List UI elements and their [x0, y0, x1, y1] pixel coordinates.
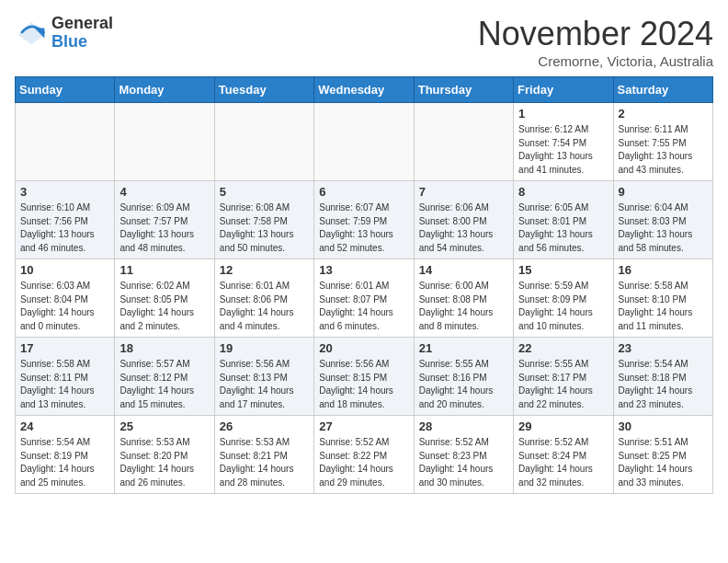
day-number: 3: [20, 185, 109, 199]
day-info: Sunrise: 5:56 AM Sunset: 8:15 PM Dayligh…: [319, 358, 408, 411]
day-info: Sunrise: 6:00 AM Sunset: 8:08 PM Dayligh…: [419, 280, 508, 333]
day-cell: 21Sunrise: 5:55 AM Sunset: 8:16 PM Dayli…: [414, 338, 513, 416]
day-number: 5: [220, 185, 309, 199]
day-number: 15: [518, 263, 608, 277]
day-number: 14: [419, 263, 508, 277]
page-header: General Blue November 2024 Cremorne, Vic…: [15, 15, 713, 69]
day-cell: 26Sunrise: 5:53 AM Sunset: 8:21 PM Dayli…: [214, 416, 313, 494]
weekday-header-saturday: Saturday: [613, 77, 712, 103]
day-cell: 3Sunrise: 6:10 AM Sunset: 7:56 PM Daylig…: [16, 181, 115, 259]
day-cell: 4Sunrise: 6:09 AM Sunset: 7:57 PM Daylig…: [115, 181, 214, 259]
title-block: November 2024 Cremorne, Victoria, Austra…: [478, 15, 713, 69]
day-number: 21: [419, 341, 508, 355]
day-number: 20: [319, 341, 408, 355]
day-number: 23: [619, 341, 708, 355]
day-cell: 22Sunrise: 5:55 AM Sunset: 8:17 PM Dayli…: [514, 338, 613, 416]
day-info: Sunrise: 5:55 AM Sunset: 8:17 PM Dayligh…: [518, 358, 608, 411]
day-number: 2: [619, 107, 708, 121]
week-row-4: 17Sunrise: 5:58 AM Sunset: 8:11 PM Dayli…: [16, 338, 713, 416]
day-number: 16: [619, 263, 708, 277]
day-info: Sunrise: 6:08 AM Sunset: 7:58 PM Dayligh…: [220, 201, 309, 255]
day-number: 10: [20, 263, 109, 277]
day-info: Sunrise: 5:54 AM Sunset: 8:19 PM Dayligh…: [20, 436, 109, 489]
day-info: Sunrise: 6:04 AM Sunset: 8:03 PM Dayligh…: [619, 201, 708, 255]
week-row-1: 1Sunrise: 6:12 AM Sunset: 7:54 PM Daylig…: [16, 103, 713, 181]
day-cell: 16Sunrise: 5:58 AM Sunset: 8:10 PM Dayli…: [613, 259, 712, 338]
day-info: Sunrise: 5:53 AM Sunset: 8:20 PM Dayligh…: [119, 436, 209, 489]
day-number: 19: [220, 341, 309, 355]
day-cell: [414, 103, 513, 181]
day-cell: 19Sunrise: 5:56 AM Sunset: 8:13 PM Dayli…: [214, 338, 313, 416]
calendar-table: SundayMondayTuesdayWednesdayThursdayFrid…: [15, 76, 713, 494]
day-cell: [115, 103, 214, 181]
day-info: Sunrise: 6:07 AM Sunset: 7:59 PM Dayligh…: [319, 201, 408, 255]
day-cell: 29Sunrise: 5:52 AM Sunset: 8:24 PM Dayli…: [514, 416, 613, 494]
day-cell: 10Sunrise: 6:03 AM Sunset: 8:04 PM Dayli…: [16, 259, 115, 338]
weekday-header-friday: Friday: [514, 77, 613, 103]
day-info: Sunrise: 5:52 AM Sunset: 8:23 PM Dayligh…: [419, 436, 508, 489]
day-info: Sunrise: 6:10 AM Sunset: 7:56 PM Dayligh…: [20, 201, 109, 255]
day-cell: 28Sunrise: 5:52 AM Sunset: 8:23 PM Dayli…: [414, 416, 513, 494]
day-cell: 13Sunrise: 6:01 AM Sunset: 8:07 PM Dayli…: [314, 259, 414, 338]
day-info: Sunrise: 5:56 AM Sunset: 8:13 PM Dayligh…: [220, 358, 309, 411]
day-info: Sunrise: 6:02 AM Sunset: 8:05 PM Dayligh…: [119, 280, 209, 333]
day-number: 11: [119, 263, 209, 277]
day-cell: 5Sunrise: 6:08 AM Sunset: 7:58 PM Daylig…: [214, 181, 313, 259]
weekday-header-tuesday: Tuesday: [214, 77, 313, 103]
day-cell: 2Sunrise: 6:11 AM Sunset: 7:55 PM Daylig…: [613, 103, 712, 181]
day-number: 29: [518, 419, 608, 433]
day-info: Sunrise: 5:54 AM Sunset: 8:18 PM Dayligh…: [619, 358, 708, 411]
day-info: Sunrise: 6:05 AM Sunset: 8:01 PM Dayligh…: [518, 201, 608, 255]
day-cell: 24Sunrise: 5:54 AM Sunset: 8:19 PM Dayli…: [16, 416, 115, 494]
day-number: 9: [619, 185, 708, 199]
day-number: 12: [220, 263, 309, 277]
day-cell: 15Sunrise: 5:59 AM Sunset: 8:09 PM Dayli…: [514, 259, 613, 338]
day-cell: 1Sunrise: 6:12 AM Sunset: 7:54 PM Daylig…: [514, 103, 613, 181]
day-number: 17: [20, 341, 109, 355]
day-cell: 18Sunrise: 5:57 AM Sunset: 8:12 PM Dayli…: [115, 338, 214, 416]
day-cell: 27Sunrise: 5:52 AM Sunset: 8:22 PM Dayli…: [314, 416, 414, 494]
day-cell: 11Sunrise: 6:02 AM Sunset: 8:05 PM Dayli…: [115, 259, 214, 338]
weekday-header-monday: Monday: [115, 77, 214, 103]
weekday-header-thursday: Thursday: [414, 77, 513, 103]
day-info: Sunrise: 5:59 AM Sunset: 8:09 PM Dayligh…: [518, 280, 608, 333]
day-cell: 25Sunrise: 5:53 AM Sunset: 8:20 PM Dayli…: [115, 416, 214, 494]
day-cell: 8Sunrise: 6:05 AM Sunset: 8:01 PM Daylig…: [514, 181, 613, 259]
day-number: 4: [119, 185, 209, 199]
day-info: Sunrise: 5:58 AM Sunset: 8:10 PM Dayligh…: [619, 280, 708, 333]
week-row-2: 3Sunrise: 6:10 AM Sunset: 7:56 PM Daylig…: [16, 181, 713, 259]
day-number: 27: [319, 419, 408, 433]
day-number: 22: [518, 341, 608, 355]
day-number: 13: [319, 263, 408, 277]
week-row-5: 24Sunrise: 5:54 AM Sunset: 8:19 PM Dayli…: [16, 416, 713, 494]
day-info: Sunrise: 5:58 AM Sunset: 8:11 PM Dayligh…: [20, 358, 109, 411]
day-info: Sunrise: 6:01 AM Sunset: 8:07 PM Dayligh…: [319, 280, 408, 333]
day-number: 8: [518, 185, 608, 199]
logo-icon: [15, 17, 48, 50]
week-row-3: 10Sunrise: 6:03 AM Sunset: 8:04 PM Dayli…: [16, 259, 713, 338]
day-info: Sunrise: 5:52 AM Sunset: 8:22 PM Dayligh…: [319, 436, 408, 489]
day-number: 6: [319, 185, 408, 199]
day-number: 26: [220, 419, 309, 433]
day-number: 18: [119, 341, 209, 355]
day-number: 25: [119, 419, 209, 433]
day-info: Sunrise: 5:57 AM Sunset: 8:12 PM Dayligh…: [119, 358, 209, 411]
day-number: 28: [419, 419, 508, 433]
day-number: 7: [419, 185, 508, 199]
logo-text: General Blue: [51, 15, 113, 52]
day-info: Sunrise: 6:12 AM Sunset: 7:54 PM Dayligh…: [518, 123, 608, 177]
day-info: Sunrise: 5:53 AM Sunset: 8:21 PM Dayligh…: [220, 436, 309, 489]
day-cell: [314, 103, 414, 181]
day-info: Sunrise: 6:03 AM Sunset: 8:04 PM Dayligh…: [20, 280, 109, 333]
weekday-header-row: SundayMondayTuesdayWednesdayThursdayFrid…: [16, 77, 713, 103]
day-cell: 17Sunrise: 5:58 AM Sunset: 8:11 PM Dayli…: [16, 338, 115, 416]
day-cell: 14Sunrise: 6:00 AM Sunset: 8:08 PM Dayli…: [414, 259, 513, 338]
day-cell: 30Sunrise: 5:51 AM Sunset: 8:25 PM Dayli…: [613, 416, 712, 494]
day-info: Sunrise: 6:01 AM Sunset: 8:06 PM Dayligh…: [220, 280, 309, 333]
day-cell: [16, 103, 115, 181]
day-info: Sunrise: 5:55 AM Sunset: 8:16 PM Dayligh…: [419, 358, 508, 411]
day-info: Sunrise: 5:52 AM Sunset: 8:24 PM Dayligh…: [518, 436, 608, 489]
day-number: 24: [20, 419, 109, 433]
day-cell: 20Sunrise: 5:56 AM Sunset: 8:15 PM Dayli…: [314, 338, 414, 416]
day-info: Sunrise: 6:06 AM Sunset: 8:00 PM Dayligh…: [419, 201, 508, 255]
